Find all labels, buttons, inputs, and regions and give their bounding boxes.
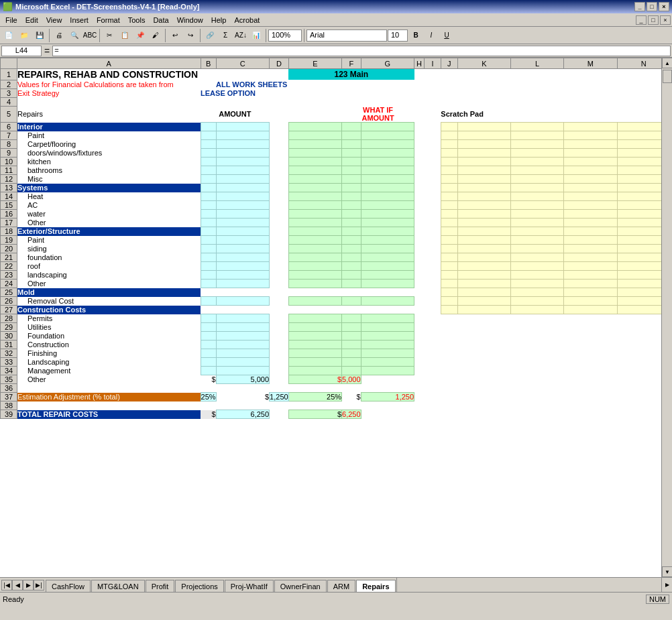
minimize-btn[interactable]: _ [634, 2, 645, 11]
menu-insert[interactable]: Insert [66, 15, 93, 25]
tab-cashflow[interactable]: CashFlow [46, 580, 91, 592]
menu-acrobat[interactable]: Acrobat [230, 15, 264, 25]
col-header-A: A [17, 58, 201, 69]
menu-edit[interactable]: Edit [21, 15, 42, 25]
app-restore-btn[interactable]: □ [648, 15, 659, 25]
zoom-box[interactable]: 100% [268, 29, 302, 42]
other-systems: Other [17, 219, 201, 227]
tab-nav-first[interactable]: |◀ [1, 580, 12, 591]
tab-profit[interactable]: Profit [146, 580, 175, 592]
chart-btn[interactable]: 📊 [249, 28, 264, 43]
tab-projections[interactable]: Projections [175, 580, 223, 592]
menu-view[interactable]: View [42, 15, 66, 25]
format-painter-btn[interactable]: 🖌 [148, 28, 163, 43]
table-row: 27 Construction Costs [1, 306, 671, 314]
col-header-B: B [201, 58, 216, 69]
col-header-G: G [361, 58, 414, 69]
vertical-scrollbar[interactable]: ▲ ▼ [661, 58, 672, 577]
save-btn[interactable]: 💾 [32, 28, 47, 43]
construction-row: Construction [17, 340, 201, 349]
num-indicator: NUM [646, 595, 669, 604]
formula-input[interactable]: = [52, 46, 671, 56]
table-row: 21 foundation [1, 253, 671, 262]
systems-header: Systems [17, 184, 201, 192]
menu-window[interactable]: Window [173, 15, 207, 25]
formula-equals-icon[interactable]: = [44, 46, 50, 56]
copy-btn[interactable]: 📋 [117, 28, 132, 43]
sep2 [99, 29, 100, 42]
tab-nav-area: |◀ ◀ ▶ ▶| [0, 578, 46, 592]
finishing: Finishing [17, 349, 201, 358]
table-row: 35 Other $ 5,000 $ 5,000 [1, 375, 671, 384]
menu-file[interactable]: File [1, 15, 21, 25]
window-controls: _ □ × [634, 2, 669, 11]
maximize-btn[interactable]: □ [647, 2, 657, 11]
redo-btn[interactable]: ↪ [183, 28, 198, 43]
open-btn[interactable]: 📁 [17, 28, 32, 43]
tab-nav-next[interactable]: ▶ [23, 580, 34, 591]
undo-btn[interactable]: ↩ [168, 28, 182, 43]
table-row: 30 Foundation [1, 332, 671, 340]
print-btn[interactable]: 🖨 [52, 28, 66, 43]
cell-reference[interactable]: L44 [1, 46, 42, 56]
scroll-thumb[interactable] [663, 70, 672, 83]
scroll-down-btn[interactable]: ▼ [662, 566, 672, 577]
menu-tools[interactable]: Tools [124, 15, 150, 25]
underline-btn[interactable]: U [439, 28, 454, 43]
toolbar-row1: 📄 📁 💾 🖨 🔍 ABC ✂ 📋 📌 🖌 ↩ ↪ 🔗 Σ AZ↓ 📊 100%… [0, 27, 672, 44]
app-minimize-btn[interactable]: _ [636, 15, 647, 25]
table-row: 11 bathrooms [1, 166, 671, 175]
table-row: 4 [1, 97, 671, 106]
app-close-btn[interactable]: × [660, 15, 671, 25]
tab-nav-last[interactable]: ▶| [34, 580, 44, 591]
estimation-row: 37 Estimation Adjustment (% total) 25% $… [1, 393, 671, 401]
autosum-btn[interactable]: Σ [218, 28, 233, 43]
menu-format[interactable]: Format [93, 15, 124, 25]
tab-proj-whatif[interactable]: Proj-WhatIf [225, 580, 274, 592]
bold-btn[interactable]: B [408, 28, 423, 43]
sort-asc-btn[interactable]: AZ↓ [233, 28, 248, 43]
paste-btn[interactable]: 📌 [133, 28, 148, 43]
tab-mtgloan[interactable]: MTG&LOAN [91, 580, 145, 592]
italic-btn[interactable]: I [424, 28, 439, 43]
siding: siding [17, 245, 201, 253]
menu-data[interactable]: Data [149, 15, 172, 25]
table-row: 14 Heat [1, 192, 671, 201]
tab-arm[interactable]: ARM [327, 580, 355, 592]
management: Management [17, 367, 201, 375]
table-row: 3 Exit Strategy LEASE OPTION [1, 88, 671, 97]
scroll-right-btn[interactable]: ▶ [661, 578, 672, 592]
font-size[interactable]: 10 [388, 29, 408, 42]
doors-windows: doors/windows/fixtures [17, 149, 201, 158]
table-row: 19 Paint [1, 236, 671, 245]
table-row: 15 AC [1, 201, 671, 210]
font-selector[interactable]: Arial [306, 29, 387, 42]
new-btn[interactable]: 📄 [1, 28, 16, 43]
subtitle-line1: Values for Financial Calculations are ta… [17, 80, 217, 88]
heat: Heat [17, 192, 201, 201]
spreadsheet-area: A B C D E F G H I J K L M N [0, 58, 672, 577]
tab-nav-prev[interactable]: ◀ [12, 580, 23, 591]
tab-ownerfinan[interactable]: OwnerFinan [274, 580, 327, 592]
scratch-pad-label: Scratch Pad [441, 106, 617, 123]
table-row: 32 Finishing [1, 349, 671, 358]
scroll-up-btn[interactable]: ▲ [662, 58, 672, 68]
spell-btn[interactable]: ABC [82, 28, 97, 43]
tab-repairs[interactable]: Repairs [356, 580, 395, 592]
menu-help[interactable]: Help [207, 15, 231, 25]
col-header-L: L [510, 58, 563, 69]
table-row: 9 doors/windows/fixtures [1, 149, 671, 158]
water: water [17, 210, 201, 219]
sep3 [165, 29, 166, 42]
print-preview-btn[interactable]: 🔍 [67, 28, 82, 43]
col-header-I: I [425, 58, 441, 69]
sep1 [49, 29, 50, 42]
horizontal-scrollbar[interactable]: ▶ [396, 578, 673, 592]
insert-link-btn[interactable]: 🔗 [203, 28, 217, 43]
repairs-label: Repairs [17, 106, 201, 123]
table-row: 23 landscaping [1, 271, 671, 280]
table-row: 34 Management [1, 367, 671, 375]
table-row: 5 Repairs AMOUNT WHAT IFAMOUNT Scratch P… [1, 106, 671, 123]
cut-btn[interactable]: ✂ [102, 28, 117, 43]
close-btn[interactable]: × [659, 2, 669, 11]
